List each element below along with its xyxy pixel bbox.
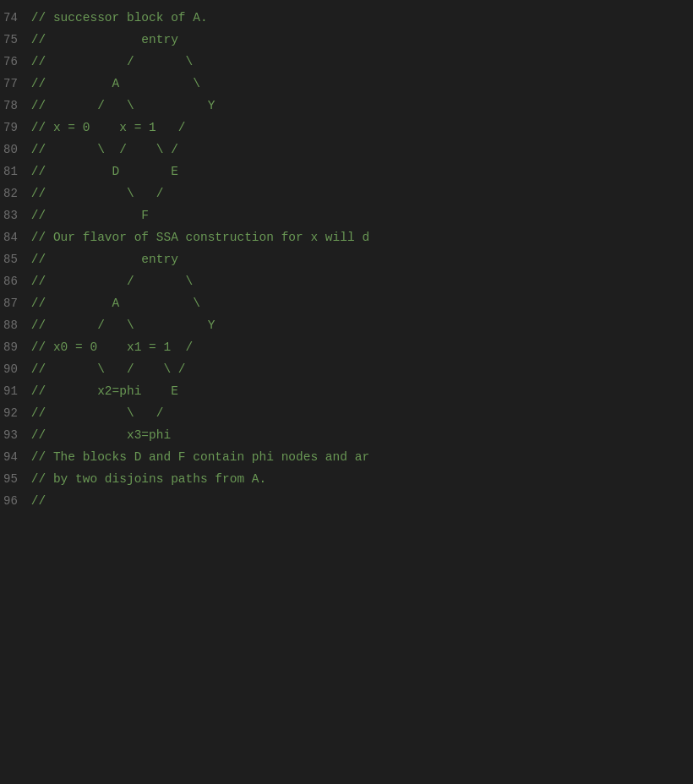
line-number: 84 (3, 226, 31, 248)
table-row: 95// by two disjoins paths from A. (3, 468, 693, 490)
line-number: 85 (3, 248, 31, 270)
table-row: 93// x3=phi (3, 424, 693, 446)
table-row: 86// / \ (3, 270, 693, 292)
line-number: 78 (3, 95, 31, 117)
table-row: 75// entry (3, 29, 693, 51)
table-row: 77// A \ (3, 73, 693, 95)
line-content: // \ / \ / (31, 139, 178, 161)
line-number: 91 (3, 380, 31, 402)
line-number: 80 (3, 139, 31, 161)
table-row: 88// / \ Y (3, 314, 693, 336)
line-content: // D E (31, 161, 178, 182)
line-content: // \ / \ / (31, 358, 186, 380)
line-number: 93 (3, 424, 31, 446)
line-content: // \ / (31, 182, 164, 204)
line-content: // A \ (31, 73, 200, 95)
line-content: // / \ (31, 51, 193, 73)
line-number: 90 (3, 358, 31, 380)
line-number: 86 (3, 270, 31, 292)
table-row: 83// F (3, 204, 693, 226)
table-row: 92// \ / (3, 402, 693, 424)
line-content: // \ / (31, 402, 164, 424)
table-row: 79// x = 0 x = 1 / (3, 117, 693, 139)
line-number: 79 (3, 117, 31, 139)
line-content: // entry (31, 29, 178, 51)
line-content: // A \ (31, 292, 200, 314)
line-content: // / \ (31, 270, 193, 292)
line-number: 76 (3, 51, 31, 73)
line-content: // x3=phi (31, 424, 171, 446)
line-content: // Our flavor of SSA construction for x … (31, 226, 369, 248)
table-row: 84// Our flavor of SSA construction for … (3, 226, 693, 248)
line-content: // x0 = 0 x1 = 1 / (31, 336, 193, 358)
line-number: 87 (3, 292, 31, 314)
line-number: 89 (3, 336, 31, 358)
line-number: 74 (3, 7, 31, 29)
code-lines-wrapper: 74// successor block of A.75// entry76//… (3, 3, 693, 784)
line-number: 77 (3, 73, 31, 95)
line-content: // successor block of A. (31, 7, 208, 29)
table-row: 82// \ / (3, 182, 693, 204)
line-number: 92 (3, 402, 31, 424)
table-row: 91// x2=phi E (3, 380, 693, 402)
table-row: 76// / \ (3, 51, 693, 73)
line-content: // x2=phi E (31, 380, 178, 402)
line-content: // / \ Y (31, 95, 216, 117)
table-row: 90// \ / \ / (3, 358, 693, 380)
line-number: 94 (3, 446, 31, 468)
table-row: 94// The blocks D and F contain phi node… (3, 446, 693, 468)
line-content: // F (31, 204, 149, 226)
table-row: 74// successor block of A. (3, 7, 693, 29)
table-row: 80// \ / \ / (3, 139, 693, 161)
line-content: // / \ Y (31, 314, 216, 336)
table-row: 96// (3, 490, 693, 512)
code-container: 74// successor block of A.75// entry76//… (0, 0, 693, 784)
line-content: // (31, 490, 46, 512)
line-number: 88 (3, 314, 31, 336)
line-number: 81 (3, 161, 31, 182)
line-content: // entry (31, 248, 178, 270)
line-number: 96 (3, 490, 31, 512)
line-content: // The blocks D and F contain phi nodes … (31, 446, 369, 468)
table-row: 78// / \ Y (3, 95, 693, 117)
line-content: // x = 0 x = 1 / (31, 117, 186, 139)
line-content: // by two disjoins paths from A. (31, 468, 266, 490)
table-row: 81// D E (3, 161, 693, 182)
table-row: 85// entry (3, 248, 693, 270)
line-number: 95 (3, 468, 31, 490)
table-row: 89// x0 = 0 x1 = 1 / (3, 336, 693, 358)
line-number: 83 (3, 204, 31, 226)
line-number: 82 (3, 182, 31, 204)
line-number: 75 (3, 29, 31, 51)
table-row: 87// A \ (3, 292, 693, 314)
